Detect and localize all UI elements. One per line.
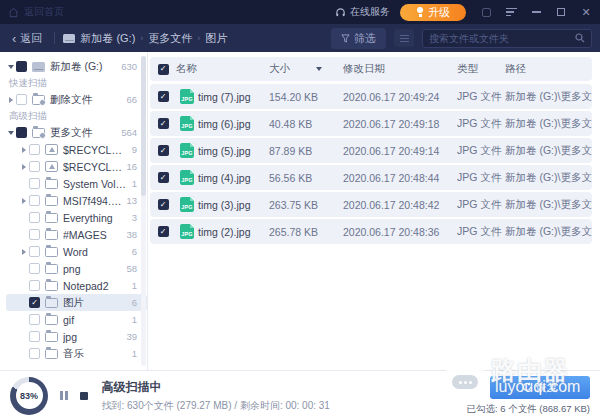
sidebar-scrollbar[interactable] (141, 56, 146, 366)
sidebar-item-label: $RECYCLE.BIN (63, 144, 128, 156)
sidebar-item--recycle-bin[interactable]: $RECYCLE.BIN16 (6, 158, 147, 175)
checkbox[interactable] (29, 331, 40, 342)
checkbox[interactable] (29, 195, 40, 206)
checkbox[interactable]: ✓ (158, 118, 169, 129)
expand-arrow-icon[interactable] (19, 249, 29, 255)
back-button[interactable]: ‹ 返回 (8, 31, 46, 46)
sidebar-item-label: 音乐 (63, 347, 128, 361)
view-toggle-icon[interactable] (394, 29, 414, 47)
checkbox[interactable] (29, 280, 40, 291)
sidebar-item-png[interactable]: png58 (6, 260, 147, 277)
checkbox[interactable] (29, 263, 40, 274)
sidebar-item--recycle-bin[interactable]: $RECYCLE.BIN9 (6, 141, 147, 158)
expand-arrow-icon[interactable] (19, 198, 29, 204)
stop-button[interactable] (80, 392, 88, 400)
sidebar-item--mages[interactable]: #MAGES38 (6, 226, 147, 243)
sidebar-item-word[interactable]: Word6 (6, 243, 147, 260)
table-row[interactable]: ✓JPGtimg (3).jpg263.75 KB2020.06.17 20:4… (150, 192, 592, 217)
checkbox[interactable] (29, 178, 40, 189)
checkbox[interactable] (29, 212, 40, 223)
sidebar-item-everything[interactable]: Everything3 (6, 209, 147, 226)
column-header-date[interactable]: 修改日期 (343, 62, 457, 76)
sidebar-item-msi7f494-tmp[interactable]: MSI7f494.tmp13 (6, 192, 147, 209)
column-header-type[interactable]: 类型 (457, 62, 505, 76)
file-date: 2020.06.17 20:48:42 (343, 199, 457, 211)
sidebar-item-新加卷-g-[interactable]: 新加卷 (G:)630 (6, 58, 147, 75)
pause-button[interactable] (60, 391, 68, 400)
home-label: 返回首页 (24, 5, 64, 19)
item-count: 1 (132, 178, 137, 189)
close-button[interactable]: ✕ (580, 6, 592, 18)
sidebar-item-jpg[interactable]: jpg39 (6, 328, 147, 345)
item-count: 6 (132, 297, 137, 308)
item-count: 58 (126, 263, 137, 274)
item-count: 39 (126, 331, 137, 342)
home-button[interactable]: 返回首页 (8, 5, 64, 19)
column-header-name[interactable]: 名称 (176, 62, 269, 76)
file-type: JPG 文件 (457, 144, 505, 158)
sidebar-item-图片[interactable]: ✓图片6 (6, 294, 147, 311)
scan-status-title: 高级扫描中 (102, 379, 330, 396)
table-header: ✓ 名称 大小 修改日期 类型 路径 (150, 57, 592, 81)
sidebar-item-gif[interactable]: gif1 (6, 311, 147, 328)
sort-desc-icon[interactable] (316, 67, 322, 71)
file-path: 新加卷 (G:)\更多文件... (505, 198, 592, 212)
checkbox[interactable] (16, 61, 27, 72)
recover-button[interactable]: 恢复 (490, 376, 590, 399)
breadcrumb-drive[interactable]: 新加卷 (G:) (80, 31, 135, 46)
checkbox[interactable]: ✓ (158, 199, 169, 210)
checkbox[interactable] (29, 161, 40, 172)
sidebar-item-system-volume-inf-[interactable]: System Volume Inf...1 (6, 175, 147, 192)
expand-arrow-icon[interactable] (6, 131, 16, 135)
filter-button[interactable]: 筛选 (331, 28, 386, 49)
file-icon-cell: JPG (176, 170, 198, 185)
checkbox[interactable] (16, 127, 27, 138)
table-row[interactable]: ✓JPGtimg (4).jpg56.56 KB2020.06.17 20:48… (150, 165, 592, 190)
file-size: 154.20 KB (269, 91, 343, 103)
file-date: 2020.06.17 20:49:14 (343, 145, 457, 157)
sidebar-item-删除文件[interactable]: 删除文件66 (6, 91, 147, 108)
menu-icon[interactable] (505, 6, 517, 18)
checkbox[interactable]: ✓ (29, 297, 40, 308)
table-row[interactable]: ✓JPGtimg (7).jpg154.20 KB2020.06.17 20:4… (150, 84, 592, 109)
file-path: 新加卷 (G:)\更多文件... (505, 90, 592, 104)
expand-arrow-icon[interactable] (19, 164, 29, 170)
checkbox[interactable] (29, 348, 40, 359)
statusbar: 83% 高级扫描中 找到: 630个文件 (279.27 MB) / 剩余时间:… (0, 370, 600, 420)
search-input[interactable] (429, 33, 575, 44)
sidebar-item-更多文件[interactable]: 更多文件564 (6, 124, 147, 141)
checkbox[interactable] (29, 144, 40, 155)
breadcrumb-folder[interactable]: 更多文件 (148, 31, 192, 46)
sidebar-item-label: gif (63, 314, 128, 326)
sidebar-item-notepad2[interactable]: Notepad21 (6, 277, 147, 294)
upgrade-button[interactable]: 升级 (400, 4, 466, 21)
select-all-checkbox[interactable]: ✓ (158, 64, 169, 75)
breadcrumb-sub[interactable]: 图片 (205, 31, 227, 46)
file-type: JPG 文件 (457, 171, 505, 185)
checkbox[interactable] (29, 246, 40, 257)
folder-icon (45, 281, 58, 291)
column-header-size[interactable]: 大小 (269, 62, 343, 76)
expand-arrow-icon[interactable] (19, 147, 29, 153)
checkbox[interactable]: ✓ (158, 172, 169, 183)
checkbox[interactable]: ✓ (158, 145, 169, 156)
maximize-button[interactable] (555, 6, 567, 18)
search-box (422, 29, 592, 48)
checkbox[interactable] (29, 314, 40, 325)
online-service-button[interactable]: 在线服务 (335, 5, 390, 19)
expand-arrow-icon[interactable] (6, 97, 16, 103)
checkbox[interactable] (29, 229, 40, 240)
sidebar-item-音乐[interactable]: 音乐1 (6, 345, 147, 362)
table-row[interactable]: ✓JPGtimg (2).jpg265.78 KB2020.06.17 20:4… (150, 219, 592, 244)
table-row[interactable]: ✓JPGtimg (5).jpg87.89 KB2020.06.17 20:49… (150, 138, 592, 163)
minimize-button[interactable] (530, 6, 542, 18)
checkbox[interactable]: ✓ (158, 226, 169, 237)
table-row[interactable]: ✓JPGtimg (6).jpg40.48 KB2020.06.17 20:49… (150, 111, 592, 136)
checkbox[interactable] (16, 94, 27, 105)
column-header-path[interactable]: 路径 (505, 62, 592, 76)
checkbox[interactable]: ✓ (158, 91, 169, 102)
feedback-icon[interactable] (480, 6, 492, 18)
expand-arrow-icon[interactable] (6, 65, 16, 69)
titlebar: 返回首页 在线服务 升级 ✕ (0, 0, 600, 24)
search-icon[interactable] (575, 33, 585, 43)
